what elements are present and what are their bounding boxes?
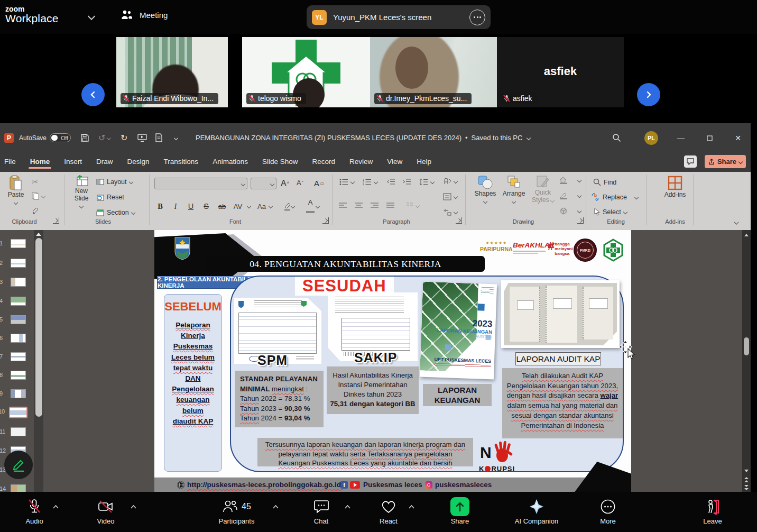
audio-options-caret[interactable] [53, 505, 59, 509]
sakip-result-box[interactable]: Hasil Akuntabilitas Kinerja Instansi Pem… [327, 366, 419, 414]
smartart-button[interactable] [443, 208, 457, 216]
increase-font-button[interactable]: A^ [281, 179, 289, 188]
thumbnails-scrollbar[interactable] [34, 230, 43, 492]
tab-insert[interactable]: Insert [64, 154, 82, 170]
numbering-button[interactable]: 123 [363, 178, 377, 186]
share-button[interactable]: Share [705, 155, 746, 168]
slide-thumbnail[interactable] [11, 259, 26, 268]
audio-button[interactable]: Audio [11, 496, 58, 525]
bullets-button[interactable] [339, 178, 354, 186]
tab-design[interactable]: Design [127, 154, 150, 170]
line-spacing-button[interactable] [419, 178, 434, 186]
italic-button[interactable]: I [169, 199, 182, 213]
shape-effects-button[interactable] [559, 207, 581, 215]
slide-thumbnail[interactable] [11, 484, 26, 492]
font-size-combo[interactable] [251, 178, 276, 189]
vertical-scrollbar[interactable] [742, 230, 751, 532]
tab-file[interactable]: File [4, 154, 16, 170]
align-right-button[interactable] [371, 202, 379, 209]
prev-slide-button[interactable] [744, 476, 749, 483]
scrollbar-thumb[interactable] [744, 337, 749, 355]
addins-button[interactable]: Add-ins [660, 175, 690, 198]
start-slideshow-button[interactable] [137, 123, 147, 152]
slide-thumbnail[interactable] [11, 315, 26, 324]
clear-format-button[interactable]: A◇ [314, 179, 324, 188]
slide-thumbnail[interactable] [11, 297, 26, 306]
close-button[interactable]: ✕ [732, 132, 744, 144]
tab-slide-show[interactable]: Slide Show [262, 154, 298, 170]
align-center-button[interactable] [355, 202, 363, 209]
shape-fill-button[interactable] [559, 177, 581, 184]
chat-options-caret[interactable] [345, 505, 350, 509]
text-direction-button[interactable] [443, 178, 457, 185]
indent-button[interactable] [402, 178, 411, 185]
new-slide-button[interactable]: New Slide [69, 175, 94, 209]
section-button[interactable]: Section [96, 209, 135, 216]
slide-thumbnail[interactable] [11, 334, 26, 343]
autosave-toggle[interactable]: Off [50, 123, 71, 152]
scrollbar-thumb[interactable] [35, 238, 42, 417]
scroll-up-icon[interactable] [35, 232, 42, 236]
paragraph-dialog-launcher[interactable] [456, 217, 462, 224]
tab-transitions[interactable]: Transitions [164, 154, 199, 170]
ai-companion-button[interactable]: AI Companion [502, 496, 571, 525]
select-button[interactable]: Select [593, 208, 627, 216]
arrange-button[interactable]: Arrange [500, 175, 528, 205]
share-options-button[interactable] [469, 10, 485, 25]
outdent-button[interactable] [386, 178, 395, 185]
tab-help[interactable]: Help [417, 154, 431, 170]
next-videos-button[interactable] [637, 83, 660, 106]
format-painter-button[interactable] [32, 207, 40, 215]
shape-outline-button[interactable] [559, 192, 581, 199]
more-button[interactable]: More [584, 496, 632, 525]
align-text-button[interactable] [443, 193, 457, 200]
slide-canvas[interactable]: 04. PENGUATAN AKUNTABILITAS KINERJA ★★★★… [154, 230, 631, 492]
tab-view[interactable]: View [387, 154, 402, 170]
participants-button[interactable]: 45 Participants [204, 496, 270, 525]
react-options-caret[interactable] [409, 505, 414, 509]
shapes-button[interactable]: Shapes [472, 175, 498, 205]
video-tile[interactable]: telogo wismo [242, 37, 370, 107]
comments-button[interactable] [684, 155, 697, 168]
char-strike-button[interactable]: ab [215, 199, 229, 213]
paste-button[interactable]: Paste [4, 175, 27, 206]
prev-videos-button[interactable] [81, 83, 105, 106]
outcome-box[interactable]: Tersusunnya laporan keuangan dan laporan… [257, 438, 473, 466]
video-tile[interactable]: Faizal Endi Wibowo_In... [116, 37, 228, 107]
chat-button[interactable]: Chat [296, 496, 346, 525]
collapse-ribbon-icon[interactable] [734, 219, 738, 224]
slide-thumbnail[interactable] [11, 352, 26, 361]
decrease-font-button[interactable]: Aˇ [297, 179, 303, 187]
video-tile[interactable]: dr.Imey_PkmLeces_su... [370, 37, 497, 107]
participants-options-caret[interactable] [273, 505, 279, 509]
underline-button[interactable]: U [184, 199, 198, 213]
replace-button[interactable]: bc Replace [591, 193, 638, 201]
annotate-button[interactable] [4, 451, 33, 479]
video-options-caret[interactable] [131, 505, 136, 509]
meeting-tab[interactable]: Meeting [121, 10, 168, 20]
font-dialog-launcher[interactable] [322, 217, 329, 224]
bold-button[interactable]: B [153, 199, 167, 213]
clipboard-dialog-launcher[interactable] [53, 217, 59, 224]
video-tile[interactable]: asfiek asfiek [497, 37, 624, 107]
slide-thumbnail[interactable] [11, 389, 26, 398]
share-screen-button[interactable]: Share [436, 496, 484, 525]
finance-report-label[interactable]: LAPORAN KEUANGAN [423, 384, 492, 406]
leave-button[interactable]: Leave [689, 496, 736, 525]
footer-url[interactable]: http://puskesmas-leces.probolinggokab.go… [187, 481, 343, 489]
react-button[interactable]: React [365, 496, 412, 525]
redo-button[interactable]: ↻ [121, 123, 127, 152]
account-avatar[interactable]: PL [644, 123, 658, 152]
find-button[interactable]: Find [593, 178, 616, 186]
save-button[interactable] [80, 123, 89, 152]
screen-share-pill[interactable]: YL Yuyun_PKM Leces's screen [307, 5, 491, 29]
restore-button[interactable] [703, 132, 716, 144]
slide-thumbnail-selected[interactable] [9, 407, 27, 418]
change-case-button[interactable]: Aa [255, 199, 269, 213]
spm-stats-box[interactable]: STANDAR PELAYANAN MINIMAL meningkat : Ta… [235, 371, 324, 427]
tab-record[interactable]: Record [312, 154, 335, 170]
workspace-chevron-down-icon[interactable] [88, 13, 95, 20]
layout-button[interactable]: Layout [96, 178, 133, 186]
minimize-button[interactable]: — [675, 132, 687, 144]
video-button[interactable]: Video [82, 496, 130, 525]
